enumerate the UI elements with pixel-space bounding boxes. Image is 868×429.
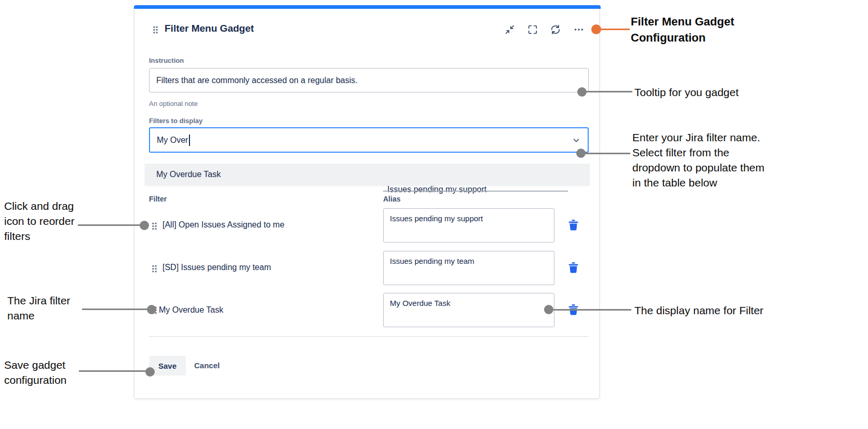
filters-combobox[interactable]: My Over (149, 127, 589, 153)
annotation-display-name-dot (544, 305, 553, 314)
footer-divider (149, 336, 589, 337)
row-drag-handle-icon[interactable] (151, 264, 158, 273)
gadget-drag-handle-icon[interactable] (152, 25, 159, 34)
minimize-button[interactable] (504, 24, 516, 36)
page: Filter Menu Gadget (0, 0, 868, 429)
dropdown-option[interactable]: My Overdue Task (145, 164, 590, 185)
column-header-filter: Filter (149, 195, 167, 203)
trash-icon (568, 304, 578, 317)
annotation-display-name-line (553, 309, 631, 311)
trash-icon (568, 262, 578, 275)
filter-name: My Overdue Task (159, 305, 223, 315)
obscured-input-border (383, 191, 568, 192)
annotation-jira-filter-name: The Jira filter name (7, 293, 70, 323)
filter-name: [SD] Issues pending my team (162, 263, 271, 272)
annotation-config: Filter Menu Gadget Configuration (631, 14, 734, 46)
refresh-button[interactable] (550, 24, 561, 36)
more-menu-button[interactable] (573, 24, 585, 36)
filters-dropdown: My Overdue Task (145, 155, 590, 185)
gadget-title: Filter Menu Gadget (165, 23, 254, 34)
trash-icon (568, 220, 578, 232)
annotation-save: Save gadget configuration (4, 357, 66, 387)
ellipsis-icon (573, 24, 585, 37)
minimize-icon (504, 24, 516, 37)
annotation-save-dot (145, 367, 155, 377)
annotation-reorder: Click and drag icon to reorder filters (4, 198, 74, 244)
instruction-label: Instruction (149, 57, 184, 64)
instruction-input[interactable]: Filters that are commonly accessed on a … (149, 68, 589, 92)
cancel-button[interactable]: Cancel (194, 356, 220, 376)
annotation-save-line (79, 370, 146, 372)
annotation-tooltip-line (587, 91, 632, 92)
expand-icon (527, 24, 538, 37)
alias-value: My Overdue Task (390, 299, 450, 307)
chevron-down-icon[interactable] (572, 136, 581, 145)
filter-menu-gadget-card: Filter Menu Gadget (134, 5, 600, 399)
alias-value: Issues pending my support (390, 214, 483, 223)
instruction-value: Filters that are commonly accessed on a … (156, 76, 358, 85)
delete-filter-button[interactable] (568, 220, 578, 232)
text-cursor (189, 135, 190, 146)
alias-input[interactable]: Issues pending my team (383, 251, 554, 285)
instruction-helper-text: An optional note (149, 100, 198, 108)
row-drag-handle-icon[interactable] (151, 222, 158, 231)
refresh-icon (550, 24, 561, 37)
annotation-config-dot (591, 24, 601, 34)
obscured-alias-fragment: Issues pending my support (387, 185, 486, 194)
annotation-reorder-dot (140, 221, 149, 230)
annotation-tooltip-dot (577, 87, 587, 97)
filter-name: [All] Open Issues Assigned to me (162, 220, 284, 230)
expand-button[interactable] (527, 24, 538, 36)
delete-filter-button[interactable] (568, 262, 578, 275)
annotation-jira-filter-name-line (82, 309, 148, 310)
alias-input[interactable]: My Overdue Task (383, 293, 554, 327)
annotation-tooltip: Tooltip for you gadget (634, 85, 739, 100)
annotation-reorder-line (78, 224, 143, 226)
delete-filter-button[interactable] (568, 304, 578, 317)
annotation-jira-filter-name-dot (147, 305, 156, 314)
alias-value: Issues pending my team (390, 257, 474, 265)
combobox-value: My Over (157, 136, 188, 145)
column-header-alias: Alias (383, 195, 400, 203)
annotation-filter-entry-line (586, 153, 630, 154)
annotation-display-name: The display name for Filter (634, 303, 764, 318)
filters-to-display-label: Filters to display (149, 117, 202, 125)
alias-input[interactable]: Issues pending my support (383, 208, 554, 243)
annotation-filter-entry: Enter your Jira filter name. Select filt… (632, 130, 765, 190)
gadget-accent-bar (134, 5, 601, 9)
annotation-config-line (601, 29, 630, 30)
annotation-filter-entry-dot (576, 149, 586, 158)
